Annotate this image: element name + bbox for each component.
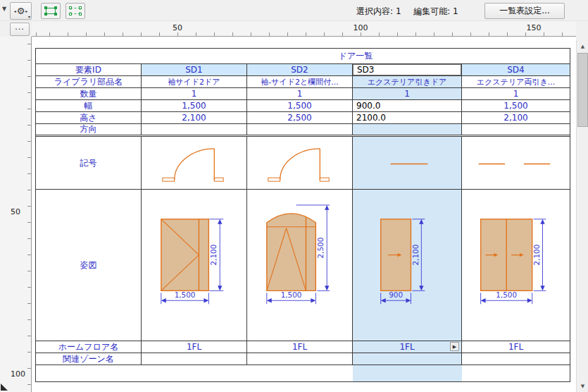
- dim-width-label: 1,500: [175, 290, 196, 299]
- ruler-options-button[interactable]: ...: [10, 23, 30, 36]
- left-arrow-icon: ◂: [14, 8, 16, 13]
- schedule-title[interactable]: ドア一覧: [36, 49, 570, 63]
- ruler-mark: 150: [527, 23, 542, 32]
- marquee-dashed-select-icon: [69, 6, 82, 16]
- row-library-name: ライブラリ部品名 袖サイド2ドア 袖-サイド2と欄間付... エクステリア引きド…: [36, 76, 570, 88]
- cell-width-sd4[interactable]: 1,500: [462, 100, 570, 111]
- cell-floor-sd4[interactable]: 1FL: [462, 341, 570, 353]
- empty-cell: [36, 365, 142, 381]
- row-empty-bottom: [36, 365, 570, 381]
- dim-height-label: 2,100: [209, 245, 218, 266]
- ruler-mark: 100: [11, 369, 25, 379]
- horizontal-ruler[interactable]: 50 100 150: [32, 21, 576, 37]
- toolbar: ▼ ◂ ⚙ ▸ ▾ 選択内容: 1 編集可能: 1 一覧表設定...: [0, 0, 588, 21]
- cell-id-sd2[interactable]: SD2: [247, 64, 353, 75]
- empty-cell: [142, 365, 247, 381]
- cell-direction-sd2[interactable]: [247, 124, 353, 135]
- cell-id-sd4[interactable]: SD4: [462, 64, 570, 75]
- row-elevation: 姿図: [36, 190, 570, 341]
- cell-floor-sd3[interactable]: 1FL ▶: [353, 341, 462, 353]
- cell-zone-sd4[interactable]: [462, 353, 570, 365]
- cell-direction-sd3[interactable]: [353, 124, 462, 135]
- select-in-list-button[interactable]: [65, 3, 85, 19]
- dim-width-label: 1,500: [496, 290, 517, 299]
- id-edit-input[interactable]: [353, 64, 461, 75]
- ruler-mark: 50: [11, 207, 20, 216]
- vertical-scrollbar[interactable]: ▲ ▼: [576, 40, 588, 392]
- cell-height-sd2[interactable]: 2,500: [247, 112, 353, 123]
- empty-cell: [462, 365, 570, 381]
- dim-height-label: 2,500: [316, 238, 325, 259]
- height-edit-input[interactable]: [353, 112, 461, 123]
- schedule-settings-button[interactable]: 一覧表設定...: [484, 3, 565, 19]
- gear-icon: ⚙: [17, 6, 25, 16]
- row-label-elevation[interactable]: 姿図: [36, 190, 142, 341]
- cell-id-sd1[interactable]: SD1: [142, 64, 247, 75]
- panel-collapse-icon[interactable]: ▼: [2, 6, 6, 12]
- cell-library-sd3[interactable]: エクステリア引きドア: [353, 76, 462, 87]
- cell-library-sd4[interactable]: エクステリア両引き...: [462, 76, 570, 87]
- row-label-library[interactable]: ライブラリ部品名: [36, 76, 142, 87]
- scrollbar-thumb[interactable]: [577, 53, 588, 127]
- cell-height-sd3: [353, 112, 462, 123]
- cell-height-sd4[interactable]: 2,100: [462, 112, 570, 123]
- door-plan-symbol-sd3: [353, 137, 461, 189]
- scroll-up-button[interactable]: ▲: [577, 40, 588, 52]
- door-elevation-sd2: 2,500 1,500: [247, 190, 352, 341]
- row-label-id[interactable]: 要素ID: [36, 64, 142, 75]
- down-arrow-icon: ▼: [581, 384, 584, 389]
- row-label-symbol[interactable]: 記号: [36, 137, 142, 189]
- cell-elevation-sd1[interactable]: 2,100 1,500: [142, 190, 247, 341]
- cell-elevation-sd2[interactable]: 2,500 1,500: [247, 190, 353, 341]
- cell-floor-sd1[interactable]: 1FL: [142, 341, 247, 353]
- row-label-zone[interactable]: 関連ゾーン名: [36, 353, 142, 365]
- cell-elevation-sd4[interactable]: 2,100 1,500: [462, 190, 570, 341]
- row-label-floor[interactable]: ホームフロア名: [36, 341, 142, 353]
- row-label-width[interactable]: 幅: [36, 100, 142, 111]
- scheme-settings-button[interactable]: ◂ ⚙ ▸ ▾: [10, 2, 32, 20]
- dim-width-label: 1,500: [281, 290, 302, 299]
- ruler-ticks: [27, 37, 31, 392]
- cell-floor-sd2[interactable]: 1FL: [247, 341, 353, 353]
- empty-cell: [247, 365, 353, 381]
- cell-symbol-sd4[interactable]: [462, 137, 570, 189]
- row-quantity: 数量 1 1 1 1: [36, 88, 570, 100]
- cell-quantity-sd2[interactable]: 1: [247, 88, 353, 99]
- ruler-ticks: [32, 32, 576, 36]
- dropdown-arrow-icon: ▾: [28, 14, 30, 19]
- cell-zone-sd3[interactable]: [353, 353, 462, 365]
- marquee-select-icon: [44, 6, 57, 16]
- cell-width-sd1[interactable]: 1,500: [142, 100, 247, 111]
- cell-quantity-sd4[interactable]: 1: [462, 88, 570, 99]
- ruler-mark: 100: [354, 23, 368, 32]
- door-plan-symbol-sd1: [142, 137, 246, 189]
- cell-width-sd2[interactable]: 1,500: [247, 100, 353, 111]
- cell-direction-sd4[interactable]: [462, 124, 570, 135]
- cell-symbol-sd3[interactable]: [353, 137, 462, 189]
- scroll-down-button[interactable]: ▼: [577, 380, 588, 392]
- cell-symbol-sd2[interactable]: [247, 137, 353, 189]
- cell-library-sd2[interactable]: 袖-サイド2と欄間付...: [247, 76, 353, 87]
- cell-symbol-sd1[interactable]: [142, 137, 247, 189]
- cell-quantity-sd1[interactable]: 1: [142, 88, 247, 99]
- cell-direction-sd1[interactable]: [142, 124, 247, 135]
- cell-height-sd1[interactable]: 2,100: [142, 112, 247, 123]
- cell-library-sd1[interactable]: 袖サイド2ドア: [142, 76, 247, 87]
- cell-elevation-sd3[interactable]: 2,100 900: [353, 190, 462, 341]
- floor-options-button[interactable]: ▶: [450, 342, 459, 351]
- cell-zone-sd1[interactable]: [142, 353, 247, 365]
- door-elevation-sd3: 2,100 900: [353, 190, 461, 341]
- vertical-ruler[interactable]: 50 100: [0, 37, 32, 392]
- select-on-plan-button[interactable]: [41, 3, 61, 19]
- cell-zone-sd2[interactable]: [247, 353, 353, 365]
- cell-quantity-sd3[interactable]: 1: [353, 88, 462, 99]
- width-edit-input[interactable]: [353, 100, 461, 111]
- row-related-zone: 関連ゾーン名: [36, 353, 570, 365]
- cell-id-sd3: [353, 64, 462, 75]
- dim-width-label: 900: [389, 290, 403, 299]
- row-label-height[interactable]: 高さ: [36, 112, 142, 123]
- row-label-quantity[interactable]: 数量: [36, 88, 142, 99]
- row-symbol: 記号: [36, 137, 570, 190]
- row-label-direction[interactable]: 方向: [36, 124, 142, 135]
- door-plan-symbol-sd2: [247, 137, 352, 189]
